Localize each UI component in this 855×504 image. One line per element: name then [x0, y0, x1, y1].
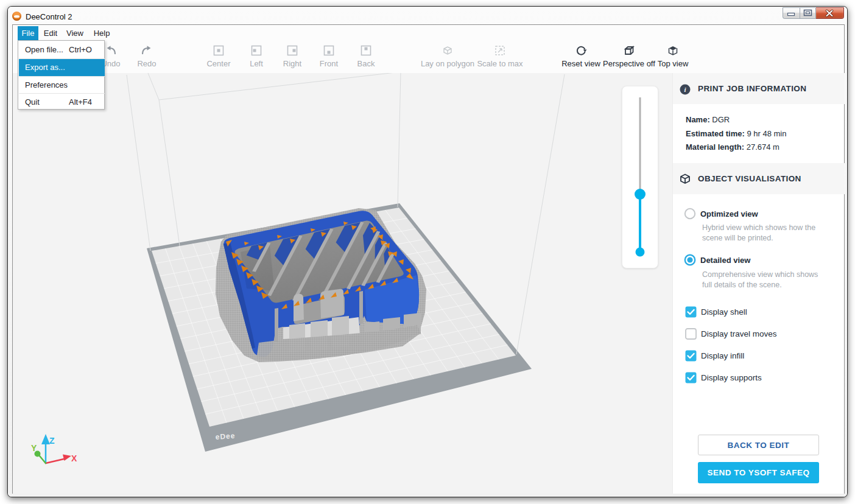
- svg-text:Y: Y: [31, 443, 37, 453]
- svg-text:X: X: [71, 453, 77, 463]
- svg-text:Z: Z: [49, 436, 55, 446]
- svg-text:eDee: eDee: [215, 432, 236, 441]
